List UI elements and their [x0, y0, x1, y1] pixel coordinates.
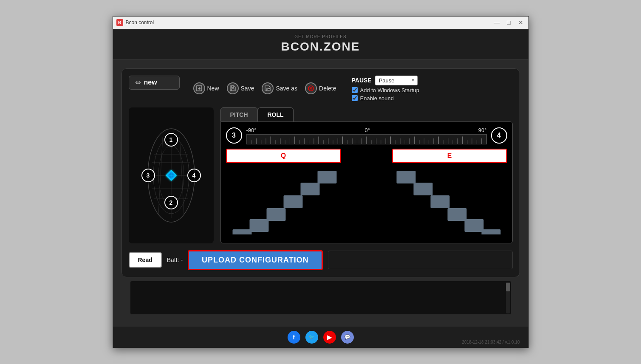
svg-rect-88: [481, 229, 500, 234]
enable-sound-checkbox[interactable]: [352, 95, 358, 101]
enable-sound-label: Enable sound: [360, 95, 394, 102]
add-startup-label: Add to Windows Startup: [360, 87, 419, 93]
main-panel: ⇔ new New Save: [121, 68, 520, 277]
right-key-wrapper: [392, 149, 507, 163]
svg-rect-79: [283, 195, 302, 208]
pause-section: PAUSE Pause Stop None Add t: [352, 76, 419, 102]
ruler-container: -90° 0° 90°: [246, 127, 487, 144]
close-button[interactable]: ✕: [517, 18, 525, 27]
steps-area: [226, 166, 507, 234]
tab-pitch[interactable]: PITCH: [220, 107, 258, 121]
batt-label: Batt: -: [167, 257, 183, 263]
profile-selector[interactable]: ⇔ new: [129, 76, 180, 90]
save-as-label: Save as: [276, 85, 297, 92]
zone-3-badge[interactable]: 3: [141, 169, 155, 182]
ruler-ticks-svg: [247, 135, 486, 144]
youtube-icon[interactable]: ▶: [323, 331, 336, 344]
zone-1-badge[interactable]: 1: [164, 133, 178, 147]
axis-display: 3 -90° 0° 90°: [220, 121, 513, 243]
ruler-labels: -90° 0° 90°: [246, 127, 487, 133]
right-steps-svg: [379, 166, 507, 234]
pause-row: PAUSE Pause Stop None: [352, 76, 418, 85]
add-startup-row: Add to Windows Startup: [352, 87, 419, 93]
ruler-center-label: 0°: [364, 127, 370, 133]
pause-label: PAUSE: [352, 77, 372, 84]
get-more-label: GET MORE PROFILES: [113, 34, 528, 39]
delete-button[interactable]: Delete: [304, 81, 337, 96]
log-scrollbar[interactable]: [506, 282, 510, 313]
right-panel: PITCH ROLL 3: [220, 107, 513, 243]
device-panel: 1 2 3 4: [129, 107, 214, 243]
bottom-row: Read Batt: - UPLOAD CONFIGURATION: [129, 250, 513, 270]
svg-rect-83: [396, 171, 415, 183]
zone-4-badge[interactable]: 4: [187, 169, 201, 182]
svg-rect-87: [464, 219, 483, 232]
body-section: 1 2 3 4: [129, 107, 513, 243]
delete-label: Delete: [319, 85, 336, 92]
zone-2-badge[interactable]: 2: [164, 196, 178, 209]
new-icon: [193, 82, 205, 94]
log-area: [130, 281, 511, 315]
new-label: New: [207, 85, 219, 92]
left-steps-column: [226, 166, 354, 234]
read-button[interactable]: Read: [129, 252, 162, 268]
svg-rect-85: [430, 195, 449, 208]
save-as-icon: ✓: [262, 82, 274, 94]
save-button[interactable]: Save: [226, 81, 255, 96]
main-window: B Bcon control — □ ✕ GET MORE PROFILES B…: [113, 16, 529, 348]
ruler-left-badge[interactable]: 3: [226, 127, 242, 144]
left-key-wrapper: [226, 149, 341, 163]
save-label: Save: [241, 85, 254, 92]
upload-status-area: [328, 251, 513, 269]
delete-icon: [305, 82, 317, 94]
left-steps-svg: [226, 166, 354, 234]
tab-roll[interactable]: ROLL: [258, 107, 294, 121]
steps-gap: [362, 166, 371, 234]
brand-logo[interactable]: BCON.ZONE: [113, 40, 528, 54]
upload-button[interactable]: UPLOAD CONFIGURATION: [188, 250, 323, 270]
window-controls: — □ ✕: [493, 18, 525, 27]
add-startup-checkbox[interactable]: [352, 87, 358, 93]
main-content: ⇔ new New Save: [113, 60, 528, 327]
app-icon: B: [116, 19, 123, 26]
device-image: 1 2 3 4: [137, 120, 205, 231]
save-as-button[interactable]: ✓ Save as: [261, 81, 298, 96]
facebook-icon[interactable]: f: [288, 331, 300, 344]
svg-rect-4: [232, 86, 234, 87]
save-icon: [227, 82, 239, 94]
profile-name: new: [144, 79, 157, 86]
svg-rect-3: [232, 89, 234, 91]
right-key-input[interactable]: [392, 149, 507, 163]
log-scrollbar-thumb: [506, 283, 510, 291]
profile-arrows-icon: ⇔: [135, 79, 141, 87]
toolbar-buttons: New Save ✓ Save as: [192, 76, 513, 102]
new-button[interactable]: New: [192, 81, 220, 96]
ruler-left-label: -90°: [246, 127, 257, 133]
tabs-row: PITCH ROLL: [220, 107, 513, 121]
svg-rect-80: [266, 208, 285, 221]
ruler-bar: [246, 134, 487, 144]
minimize-button[interactable]: —: [493, 18, 501, 27]
svg-rect-82: [232, 229, 251, 234]
title-bar: B Bcon control — □ ✕: [113, 17, 528, 29]
key-inputs-row: [226, 149, 507, 163]
ruler-right-label: 90°: [478, 127, 487, 133]
ruler-row: 3 -90° 0° 90°: [226, 127, 507, 144]
enable-sound-row: Enable sound: [352, 95, 394, 102]
discord-icon[interactable]: 💬: [341, 331, 354, 344]
svg-rect-78: [300, 183, 319, 195]
svg-rect-84: [413, 183, 432, 195]
twitter-icon[interactable]: 🐦: [305, 331, 318, 344]
pause-select[interactable]: Pause Stop None: [375, 76, 418, 85]
header: GET MORE PROFILES BCON.ZONE: [113, 29, 528, 60]
social-icons: f 🐦 ▶ 💬: [288, 331, 354, 344]
left-key-input[interactable]: [226, 149, 341, 163]
svg-rect-77: [317, 171, 336, 183]
footer: f 🐦 ▶ 💬 2018-12-18 21:03:42 / v.1.0.10: [113, 327, 528, 348]
right-steps-column: [379, 166, 507, 234]
top-toolbar: ⇔ new New Save: [129, 76, 513, 102]
ruler-right-badge[interactable]: 4: [491, 127, 507, 144]
pause-select-wrapper: Pause Stop None: [375, 76, 418, 85]
svg-text:✓: ✓: [268, 89, 270, 91]
maximize-button[interactable]: □: [505, 18, 513, 27]
